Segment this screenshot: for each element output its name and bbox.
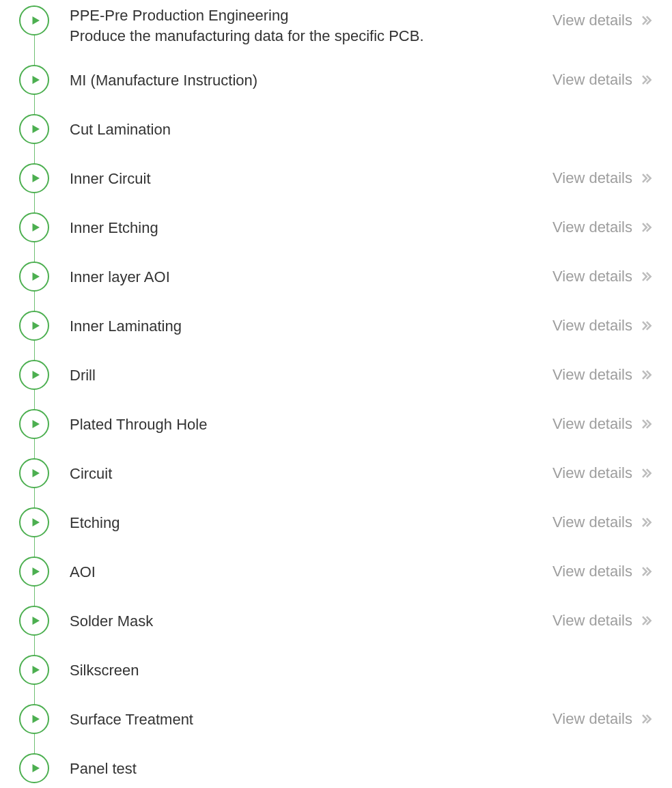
view-details-link[interactable]: View details — [552, 606, 653, 636]
play-icon[interactable] — [19, 753, 49, 783]
step-content: Plated Through HoleView details — [49, 409, 653, 439]
step-content: AOIView details — [49, 557, 653, 587]
chevron-double-right-icon — [639, 221, 653, 234]
step-content: Surface TreatmentView details — [49, 704, 653, 734]
step-content: Inner CircuitView details — [49, 163, 653, 193]
step-title: Inner Laminating — [70, 316, 182, 337]
step-content: Panel test — [49, 753, 653, 783]
play-icon[interactable] — [19, 65, 49, 95]
step-title: Silkscreen — [70, 660, 139, 681]
timeline-step: Inner EtchingView details — [19, 212, 653, 242]
view-details-label: View details — [552, 268, 632, 285]
view-details-link[interactable]: View details — [552, 409, 653, 439]
timeline-step: Inner layer AOIView details — [19, 262, 653, 292]
view-details-link[interactable]: View details — [552, 5, 653, 36]
step-title: Inner Etching — [70, 218, 158, 238]
play-icon[interactable] — [19, 360, 49, 390]
timeline-step: DrillView details — [19, 360, 653, 390]
play-icon[interactable] — [19, 655, 49, 685]
view-details-link[interactable]: View details — [552, 360, 653, 390]
view-details-link[interactable]: View details — [552, 704, 653, 734]
step-text: Inner Laminating — [70, 311, 182, 341]
step-title: Solder Mask — [70, 611, 153, 632]
timeline-step: Panel test — [19, 753, 653, 783]
process-timeline: PPE-Pre Production EngineeringProduce th… — [19, 5, 653, 783]
timeline-step: Cut Lamination — [19, 114, 653, 144]
step-subtitle: Produce the manufacturing data for the s… — [70, 26, 424, 46]
step-text: Plated Through Hole — [70, 409, 207, 439]
play-icon[interactable] — [19, 409, 49, 439]
step-title: Circuit — [70, 464, 112, 484]
view-details-label: View details — [552, 169, 632, 187]
timeline-step: Inner LaminatingView details — [19, 311, 653, 341]
step-content: EtchingView details — [49, 507, 653, 537]
timeline-step: Plated Through HoleView details — [19, 409, 653, 439]
step-title: Etching — [70, 513, 120, 533]
chevron-double-right-icon — [639, 270, 653, 283]
view-details-label: View details — [552, 219, 632, 236]
view-details-label: View details — [552, 612, 632, 630]
step-text: Surface Treatment — [70, 704, 193, 734]
step-content: Solder MaskView details — [49, 606, 653, 636]
play-icon[interactable] — [19, 557, 49, 587]
chevron-double-right-icon — [639, 171, 653, 185]
view-details-link[interactable]: View details — [552, 557, 653, 587]
play-icon[interactable] — [19, 163, 49, 193]
step-content: PPE-Pre Production EngineeringProduce th… — [49, 5, 653, 46]
view-details-label: View details — [552, 464, 632, 482]
step-content: DrillView details — [49, 360, 653, 390]
timeline-step: Inner CircuitView details — [19, 163, 653, 193]
step-text: PPE-Pre Production EngineeringProduce th… — [70, 5, 424, 46]
step-content: Inner layer AOIView details — [49, 262, 653, 292]
view-details-label: View details — [552, 12, 632, 29]
chevron-double-right-icon — [639, 565, 653, 578]
step-title: AOI — [70, 562, 96, 582]
view-details-link[interactable]: View details — [552, 458, 653, 488]
chevron-double-right-icon — [639, 516, 653, 529]
timeline-step: CircuitView details — [19, 458, 653, 488]
step-text: MI (Manufacture Instruction) — [70, 65, 257, 95]
play-icon[interactable] — [19, 5, 49, 36]
step-content: CircuitView details — [49, 458, 653, 488]
view-details-link[interactable]: View details — [552, 212, 653, 242]
chevron-double-right-icon — [639, 368, 653, 382]
timeline-step: EtchingView details — [19, 507, 653, 537]
step-text: Solder Mask — [70, 606, 153, 636]
chevron-double-right-icon — [639, 712, 653, 726]
step-content: Silkscreen — [49, 655, 653, 685]
step-title: Drill — [70, 365, 96, 386]
step-text: Panel test — [70, 753, 137, 783]
play-icon[interactable] — [19, 458, 49, 488]
play-icon[interactable] — [19, 606, 49, 636]
timeline-step: Silkscreen — [19, 655, 653, 685]
step-title: Plated Through Hole — [70, 414, 207, 435]
play-icon[interactable] — [19, 114, 49, 144]
view-details-link[interactable]: View details — [552, 163, 653, 193]
play-icon[interactable] — [19, 311, 49, 341]
play-icon[interactable] — [19, 212, 49, 242]
chevron-double-right-icon — [639, 73, 653, 87]
play-icon[interactable] — [19, 262, 49, 292]
chevron-double-right-icon — [639, 319, 653, 333]
step-content: Inner EtchingView details — [49, 212, 653, 242]
step-content: MI (Manufacture Instruction)View details — [49, 65, 653, 95]
step-text: Inner layer AOI — [70, 262, 170, 292]
play-icon[interactable] — [19, 704, 49, 734]
view-details-link[interactable]: View details — [552, 65, 653, 95]
view-details-label: View details — [552, 415, 632, 433]
view-details-link[interactable]: View details — [552, 507, 653, 537]
step-title: PPE-Pre Production Engineering — [70, 5, 424, 26]
step-title: Cut Lamination — [70, 119, 171, 140]
step-title: Inner Circuit — [70, 169, 151, 189]
view-details-label: View details — [552, 366, 632, 384]
chevron-double-right-icon — [639, 417, 653, 431]
chevron-double-right-icon — [639, 14, 653, 27]
step-text: Silkscreen — [70, 655, 139, 685]
view-details-label: View details — [552, 710, 632, 728]
view-details-link[interactable]: View details — [552, 262, 653, 292]
play-icon[interactable] — [19, 507, 49, 537]
step-title: Panel test — [70, 759, 137, 779]
view-details-label: View details — [552, 563, 632, 580]
view-details-link[interactable]: View details — [552, 311, 653, 341]
step-text: AOI — [70, 557, 96, 587]
